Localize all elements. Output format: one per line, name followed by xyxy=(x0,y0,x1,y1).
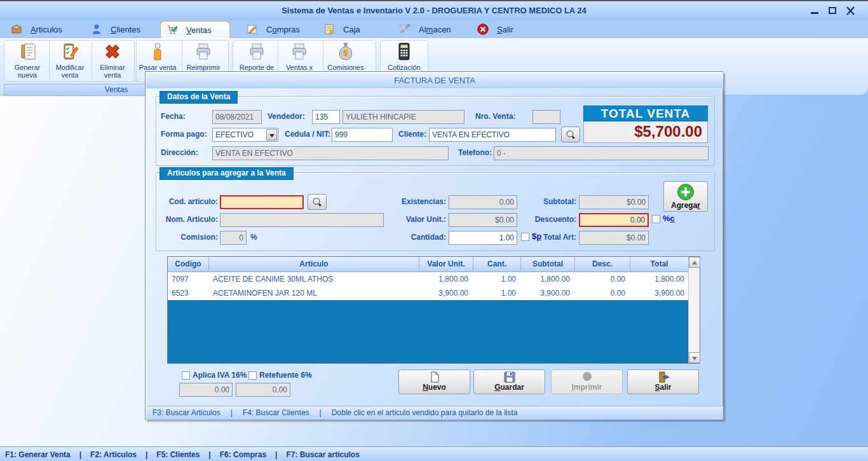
new-note-icon xyxy=(17,41,37,63)
cell-subtotal: 1,800.00 xyxy=(521,272,575,286)
menu-almacen-label: Almacen xyxy=(419,25,451,34)
cedula-field[interactable]: 999 xyxy=(332,128,393,142)
existencias-field[interactable]: 0.00 xyxy=(449,195,517,209)
nom-articulo-field[interactable] xyxy=(220,213,384,227)
total-art-field[interactable]: $0.00 xyxy=(579,231,649,245)
dropdown-arrow-icon[interactable] xyxy=(266,129,277,141)
toolbar-button-label: Ventas x xyxy=(286,64,313,71)
vendedor-code-field[interactable]: 135 xyxy=(312,110,340,124)
title-bar: Sistema de Ventas e Inventario V 2.0 - D… xyxy=(0,1,868,20)
menu-clientes[interactable]: Clientes xyxy=(85,20,155,38)
guardar-label: Guardar xyxy=(494,383,524,392)
menu-compras[interactable]: Compras xyxy=(241,20,309,38)
column-header-codigo[interactable]: Codigo xyxy=(168,257,209,272)
subtotal-field[interactable]: $0.00 xyxy=(579,195,649,209)
toolbar-button-modificar-venta[interactable]: Modificar venta xyxy=(49,41,91,81)
toolbar-button-generar-nueva[interactable]: Generar nueva xyxy=(6,41,48,81)
cod-articulo-label: Cod. articulo: xyxy=(161,197,218,206)
salir-button[interactable]: Salir xyxy=(627,369,699,394)
column-header-total[interactable]: Total xyxy=(630,257,688,272)
valor-unit-field[interactable]: $0.00 xyxy=(449,213,517,227)
descuento-field[interactable]: 0.00 xyxy=(579,213,649,227)
menu-clientes-label: Clientes xyxy=(111,25,140,34)
retefuente-label: Retefuente 6% xyxy=(259,371,312,380)
agregar-label: Agregar xyxy=(671,201,700,210)
subtotal-label: Subtotal: xyxy=(527,197,576,206)
save-floppy-icon xyxy=(503,371,517,383)
telefono-label: Telefono: xyxy=(458,148,492,157)
retefuente-checkbox[interactable] xyxy=(248,371,257,380)
buscar-cliente-button[interactable] xyxy=(561,127,580,142)
total-venta-value: $5,700.00 xyxy=(583,121,708,143)
status-separator: | xyxy=(79,450,81,459)
new-page-icon xyxy=(428,371,442,383)
descuento-pct-link[interactable]: %c xyxy=(663,214,675,223)
cell-cant: 1.00 xyxy=(473,272,521,286)
menu-almacen[interactable]: Almacen xyxy=(393,20,458,38)
cliente-field[interactable]: VENTA EN EFECTIVO xyxy=(429,128,556,142)
box-icon xyxy=(10,23,23,36)
table-row[interactable]: 7097 ACEITE DE CANIME 30ML ATHOS 1,800.0… xyxy=(168,272,689,286)
toolbar-button-eliminar-venta[interactable]: Eliminar venta xyxy=(92,41,133,81)
menu-ventas-label: Ventas xyxy=(186,25,212,35)
descuento-pct-checkbox[interactable] xyxy=(652,215,660,223)
vendedor-label: Vendedor: xyxy=(268,112,305,121)
printer-icon xyxy=(289,41,309,63)
minimize-button[interactable] xyxy=(808,6,822,16)
table-scrollbar[interactable] xyxy=(688,257,700,363)
fecha-field[interactable]: 08/08/2021 xyxy=(212,110,262,124)
valor-unit-label: Valor Unit.: xyxy=(390,215,446,224)
column-header-desc[interactable]: Desc. xyxy=(575,257,630,272)
cantidad-field[interactable]: 1.00 xyxy=(449,231,517,245)
pencil-note-icon xyxy=(246,23,259,36)
direccion-field[interactable]: VENTA EN EFECTIVO xyxy=(212,146,449,160)
menu-ventas[interactable]: Ventas xyxy=(160,21,230,38)
maximize-button[interactable] xyxy=(826,6,840,16)
agregar-button[interactable]: Agregar xyxy=(663,181,708,212)
comision-percent-label: % xyxy=(250,233,257,242)
close-button[interactable] xyxy=(844,6,858,16)
column-header-valor-unit[interactable]: Valor Unit. xyxy=(419,257,473,272)
column-header-subtotal[interactable]: Subtotal xyxy=(521,257,575,272)
forma-pago-label: Forma pago: xyxy=(161,130,207,139)
exit-red-x-icon xyxy=(477,23,489,36)
cell-articulo: ACEITE DE CANIME 30ML ATHOS xyxy=(209,272,419,286)
status-separator: | xyxy=(231,408,233,417)
menu-articulos[interactable]: Articulos xyxy=(5,20,76,38)
cart-check-icon xyxy=(166,24,179,36)
buscar-articulo-button[interactable] xyxy=(308,194,327,210)
table-empty-area xyxy=(168,300,688,363)
retefuente-field[interactable]: 0.00 xyxy=(236,383,290,397)
nuevo-button[interactable]: Nuevo xyxy=(398,369,470,394)
column-header-articulo[interactable]: Articulo xyxy=(209,257,419,272)
printer-icon xyxy=(247,41,267,63)
scroll-up-button[interactable] xyxy=(689,257,700,268)
imprimir-button[interactable]: Imprimir xyxy=(551,369,623,394)
cell-codigo: 6523 xyxy=(168,286,209,300)
forma-pago-select[interactable]: EFECTIVO xyxy=(212,128,278,142)
guardar-button[interactable]: Guardar xyxy=(473,369,545,394)
toolbar-button-label: Modificar venta xyxy=(56,64,85,79)
vendedor-name-field[interactable]: YULIETH HINCAPIE xyxy=(342,110,465,124)
cell-valor-unit: 1,800.00 xyxy=(419,272,473,286)
cell-desc: 0.00 xyxy=(575,272,630,286)
table-row[interactable]: 6523 ACETAMINOFEN JAR 120 ML 3,900.00 1.… xyxy=(168,286,689,300)
menu-caja[interactable]: Caja xyxy=(318,20,384,38)
status-hint: F3: Buscar Articulos xyxy=(153,408,220,417)
menu-salir[interactable]: Salir xyxy=(471,20,525,38)
status-shortcut: F6: Compras xyxy=(220,450,266,459)
telefono-field[interactable]: 0 - xyxy=(494,146,709,160)
aplica-iva-checkbox[interactable] xyxy=(182,371,190,380)
toolbar-button-label: Reimprimir xyxy=(186,64,220,71)
nro-venta-field[interactable] xyxy=(532,110,560,124)
cell-valor-unit: 3,900.00 xyxy=(419,286,473,300)
comision-field[interactable]: 0 xyxy=(220,231,247,245)
column-header-cant[interactable]: Cant. xyxy=(473,257,521,272)
iva-field[interactable]: 0.00 xyxy=(179,383,233,397)
datos-venta-group-title: Datos de la Venta xyxy=(159,91,238,104)
green-plus-icon xyxy=(677,183,695,201)
status-shortcut: F2: Articulos xyxy=(90,450,137,459)
scroll-down-button[interactable] xyxy=(689,352,700,363)
cod-articulo-field[interactable] xyxy=(220,195,304,209)
cell-articulo: ACETAMINOFEN JAR 120 ML xyxy=(209,286,419,300)
